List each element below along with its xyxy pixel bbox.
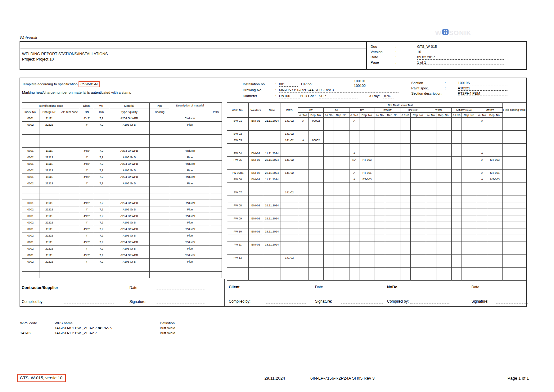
identification-cell: 0001: [22, 239, 39, 246]
weld-ndt-cell: [308, 268, 324, 274]
weld-ndt-cell: [400, 241, 411, 248]
section-desc-label: Section description:: [411, 92, 442, 95]
weld-ndt-cell: [359, 241, 375, 248]
weld-ndt-cell: [411, 157, 426, 163]
identification-cell: 11111: [39, 115, 59, 122]
weld-ndt-cell: [298, 248, 308, 255]
weld-ndt-cell: FW 08: [227, 202, 248, 209]
template-spec-code-annotation: CSW-01-N: [79, 81, 99, 87]
weld-ndt-cell: [411, 209, 426, 215]
drawing-label: Drawing No: [243, 88, 261, 92]
ndt-group-header: Not Destructive Test: [298, 103, 502, 108]
weld-ndt-cell: [462, 170, 477, 176]
weld-ndt-cell: [359, 202, 375, 209]
weld-ndt-cell: [263, 189, 281, 196]
identification-cell: [210, 180, 222, 187]
ndt-ana-header: A / NA: [298, 113, 308, 118]
weld-ndt-cell: [502, 137, 526, 144]
weld-ndt-cell: [436, 118, 452, 124]
weld-ndt-cell: [477, 268, 487, 274]
weld-ndt-cell: [487, 137, 503, 144]
contractor-signature-block: Contractor/Supplier Date Compiled by: Si…: [20, 279, 225, 306]
weld-ndt-cell: [411, 176, 426, 183]
identification-cell: [59, 187, 80, 193]
weld-ndt-cell: A: [477, 170, 487, 176]
weld-ndt-cell: [452, 118, 462, 124]
report-info-section: Template according to specification CSW-…: [20, 78, 526, 102]
weld-ndt-cell: [349, 248, 359, 255]
weld-ndt-cell: [400, 144, 411, 150]
weld-ndt-cell: [359, 189, 375, 196]
identification-cell: [59, 122, 80, 128]
weld-ndt-cell: [324, 228, 334, 235]
identification-cell: [59, 148, 80, 154]
weld-ndt-cell: [375, 170, 385, 176]
identification-cell: 11111: [39, 148, 59, 154]
identification-cell: A106 Gr B: [109, 167, 150, 174]
weld-ndt-cell: [359, 137, 375, 144]
weld-ndt-cell: [462, 202, 477, 209]
weld-ndt-cell: [462, 248, 477, 255]
weld-ndt-cell: [359, 196, 375, 202]
ndt-method-header: PWHT: [375, 108, 400, 113]
weld-ndt-cell: BNI-02: [248, 118, 263, 124]
weld-ndt-cell: [502, 157, 526, 163]
weld-ndt-cell: [452, 241, 462, 248]
weld-ndt-cell: [426, 222, 436, 228]
watermark-suffix: SONIK: [449, 29, 471, 37]
identification-cell: 22222: [39, 167, 59, 174]
identification-cell: [149, 272, 170, 278]
weld-ndt-cell: [298, 170, 308, 176]
marking-note: Marking heat/charge number on material i…: [22, 91, 131, 94]
weld-ndt-cell: A: [349, 176, 359, 183]
identification-cell: [149, 252, 170, 259]
weld-ndt-cell: [359, 215, 375, 222]
weld-ndt-cell: [452, 150, 462, 157]
drawing-value: 6IN-LP-7156-R2P24A SH05 Rev 3: [279, 88, 399, 92]
weld-ndt-cell: [502, 131, 526, 137]
weld-ndt-cell: [359, 163, 375, 170]
identification-cell: [22, 141, 39, 148]
identification-cell: 7,2: [94, 239, 109, 246]
doc-value: 10: [417, 50, 504, 54]
weld-ndt-cell: [436, 202, 452, 209]
weld-ndt-cell: [436, 222, 452, 228]
weld-ndt-cell: [324, 209, 334, 215]
weld-ndt-cell: [436, 137, 452, 144]
identification-cell: [149, 154, 170, 161]
weld-ndt-cell: FW 05: [227, 157, 248, 163]
weld-ndt-cell: 141-02: [281, 157, 298, 163]
weld-ndt-cell: [477, 248, 487, 255]
identification-cell: [149, 259, 170, 265]
section-value: 100195: [458, 81, 507, 85]
weld-ndt-cell: [462, 157, 477, 163]
identification-cell: 7,2: [94, 161, 109, 167]
ndt-rep-header: Rep. No.: [334, 113, 349, 118]
contractor-title: Contractor/Supplier: [22, 286, 58, 290]
identification-cell: [149, 180, 170, 187]
weld-ndt-cell: [308, 189, 324, 196]
table-row: [227, 144, 526, 150]
header-empty-strip: [20, 42, 366, 48]
colon: :: [395, 50, 396, 54]
identification-cell: 11111: [39, 239, 59, 246]
identification-cell: [149, 122, 170, 128]
weld-ndt-cell: A: [349, 150, 359, 157]
identification-cell: [149, 148, 170, 154]
signature-line: [341, 303, 383, 304]
identification-cell: 7,2: [94, 213, 109, 219]
weld-ndt-cell: [375, 222, 385, 228]
weld-ndt-cell: [400, 176, 411, 183]
weld-ndt-cell: [452, 215, 462, 222]
col-header-diam: Diam.: [80, 103, 94, 109]
paint-spec-value: A10221: [458, 86, 507, 91]
identification-cell: [80, 265, 94, 272]
identification-cell: [94, 141, 109, 148]
col-header-date: Date: [263, 103, 281, 118]
weld-ndt-cell: [281, 163, 298, 170]
weld-ndt-cell: [349, 235, 359, 241]
weld-ndt-cell: [385, 163, 400, 170]
brand-label: Websonik: [20, 35, 37, 40]
weld-ndt-cell: [308, 183, 324, 189]
table-row: SW 03141-02A00002: [227, 137, 526, 144]
